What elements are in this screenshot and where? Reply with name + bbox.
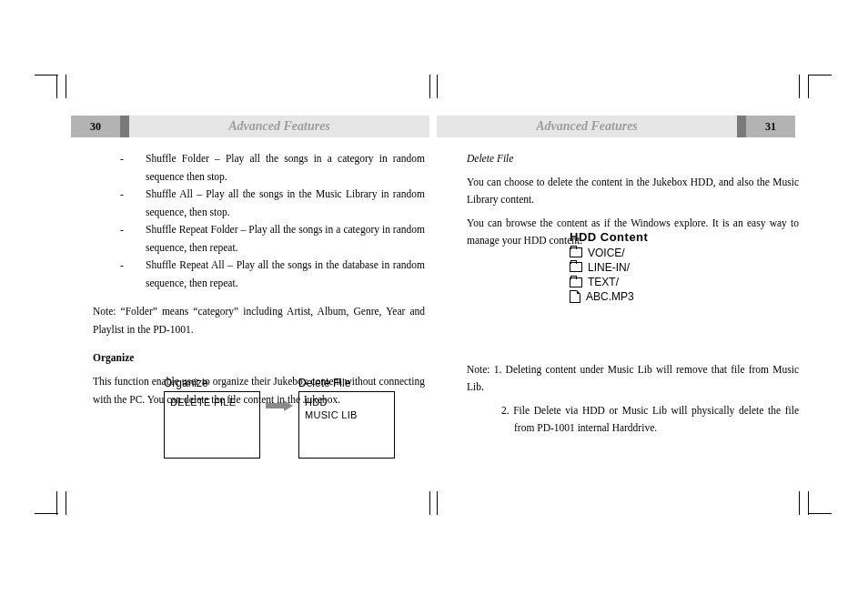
hdd-item: TEXT/ bbox=[588, 275, 619, 289]
folder-icon bbox=[570, 247, 582, 257]
crop-mark bbox=[66, 75, 66, 98]
crop-mark bbox=[429, 75, 430, 98]
crop-mark bbox=[808, 491, 809, 515]
delete-file-heading: Delete File bbox=[467, 150, 799, 168]
folder-note: Note: “Folder” means “category” includin… bbox=[93, 303, 425, 338]
organize-diagram: Organize DELETE FILE Delete File HDD MUS… bbox=[164, 377, 395, 459]
bullet-text: Shuffle All – Play all the songs in the … bbox=[146, 186, 425, 221]
crop-mark bbox=[56, 75, 57, 98]
left-column: -Shuffle Folder – Play all the songs in … bbox=[93, 150, 425, 414]
crop-mark bbox=[437, 75, 438, 98]
hdd-row: ABC.MP3 bbox=[570, 289, 648, 304]
crop-mark bbox=[808, 75, 832, 76]
page-title-right: Advanced Features bbox=[437, 119, 737, 134]
page-number-right: 31 bbox=[746, 116, 795, 137]
header-accent bbox=[120, 116, 129, 137]
page-title-left: Advanced Features bbox=[129, 119, 429, 134]
file-icon bbox=[570, 290, 580, 303]
diagram-box-delete: Delete File HDD MUSIC LIB bbox=[298, 377, 395, 459]
hdd-item: VOICE/ bbox=[588, 246, 625, 260]
hdd-row: LINE-IN/ bbox=[570, 260, 648, 275]
hdd-title: HDD Content bbox=[570, 229, 648, 246]
bullet-text: Shuffle Repeat Folder – Play all the son… bbox=[146, 221, 425, 257]
delete-note-2: 2. File Delete via HDD or Music Lib will… bbox=[467, 402, 799, 438]
crop-mark bbox=[808, 513, 832, 514]
diagram-box-body: HDD MUSIC LIB bbox=[298, 391, 395, 459]
header-accent bbox=[737, 116, 746, 137]
crop-mark bbox=[56, 491, 57, 515]
diagram-box-title: Delete File bbox=[298, 377, 395, 389]
bullet-dash: - bbox=[93, 257, 146, 292]
crop-mark bbox=[66, 491, 66, 515]
folder-icon bbox=[570, 277, 582, 287]
folder-icon bbox=[570, 262, 582, 272]
bullet-text: Shuffle Folder – Play all the songs in a… bbox=[146, 150, 425, 186]
diagram-item: MUSIC LIB bbox=[305, 408, 389, 421]
bullet-dash: - bbox=[93, 150, 146, 186]
crop-mark bbox=[35, 75, 58, 76]
bullet-dash: - bbox=[93, 221, 146, 257]
hdd-row: TEXT/ bbox=[570, 275, 648, 289]
page-header-left: 30 Advanced Features bbox=[71, 116, 429, 137]
page-number-left: 30 bbox=[71, 116, 120, 137]
hdd-content-diagram: HDD Content VOICE/ LINE-IN/ TEXT/ ABC.MP… bbox=[570, 229, 648, 304]
arrow-right-icon bbox=[266, 400, 293, 411]
diagram-item: HDD bbox=[305, 396, 389, 408]
hdd-item: LINE-IN/ bbox=[588, 260, 630, 275]
diagram-item: DELETE FILE bbox=[170, 396, 254, 408]
organize-heading: Organize bbox=[93, 349, 425, 368]
diagram-box-title: Organize bbox=[164, 377, 260, 389]
crop-mark bbox=[799, 491, 800, 515]
bullet-text: Shuffle Repeat All – Play all the songs … bbox=[146, 257, 425, 292]
hdd-item: ABC.MP3 bbox=[586, 289, 634, 304]
crop-mark bbox=[808, 75, 809, 98]
crop-mark bbox=[429, 491, 430, 515]
page-header-right: 31 Advanced Features bbox=[437, 116, 795, 137]
crop-mark bbox=[799, 75, 800, 98]
hdd-row: VOICE/ bbox=[570, 246, 648, 260]
crop-mark bbox=[35, 513, 58, 514]
bullet-dash: - bbox=[93, 186, 146, 221]
diagram-box-body: DELETE FILE bbox=[164, 391, 260, 459]
crop-mark bbox=[437, 491, 438, 515]
shuffle-list: -Shuffle Folder – Play all the songs in … bbox=[93, 150, 425, 292]
diagram-box-organize: Organize DELETE FILE bbox=[164, 377, 260, 459]
delete-file-p1: You can choose to delete the content in … bbox=[467, 174, 799, 209]
delete-note-1: Note: 1. Deleting content under Music Li… bbox=[467, 361, 799, 397]
